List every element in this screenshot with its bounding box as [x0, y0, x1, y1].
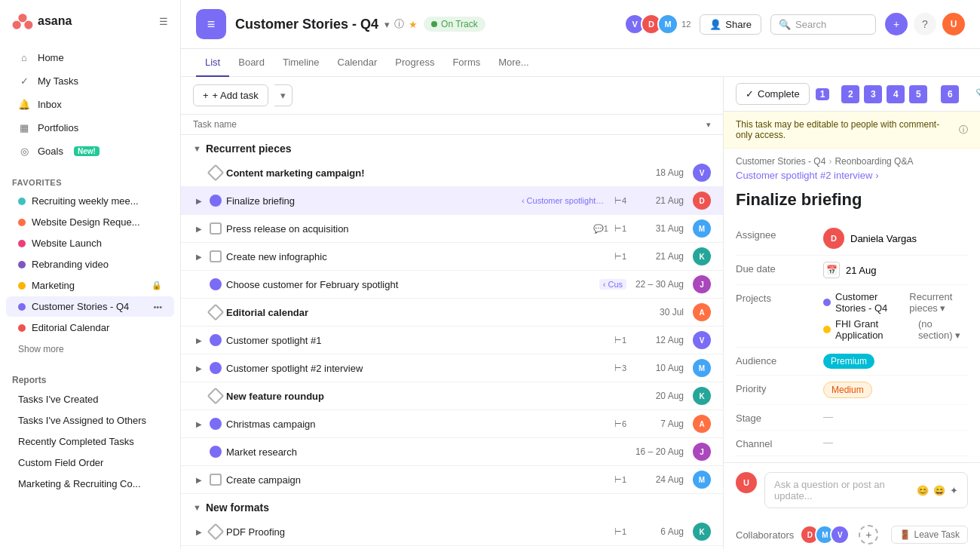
expand-icon[interactable]: ▶	[193, 418, 205, 430]
notice-help-icon[interactable]: ⓘ	[959, 124, 968, 136]
favorites-item-recruiting[interactable]: Recruiting weekly mee...	[6, 191, 174, 211]
favorites-item-rebranding[interactable]: Rebranding video	[6, 254, 174, 274]
more-options-icon[interactable]: •••	[153, 302, 162, 311]
favorites-item-marketing[interactable]: Marketing 🔒	[6, 275, 174, 296]
task-checkbox[interactable]	[207, 388, 225, 405]
tab-timeline[interactable]: Timeline	[274, 49, 329, 77]
breadcrumb-project[interactable]: Customer Stories - Q4	[736, 156, 825, 167]
expand-icon[interactable]: ▶	[193, 334, 205, 346]
project1-name[interactable]: Customer Stories - Q4	[835, 291, 905, 314]
share-button[interactable]: 👤 Share	[700, 14, 761, 35]
tab-forms[interactable]: Forms	[443, 49, 489, 77]
sidebar-item-portfolios[interactable]: ▦ Portfolios	[6, 116, 174, 139]
expand-icon[interactable]: ▶	[193, 195, 205, 207]
attachment-icon[interactable]: 📎	[971, 84, 980, 105]
reports-item-recently-completed[interactable]: Recently Completed Tasks	[6, 431, 174, 452]
sidebar-item-home[interactable]: ⌂ Home	[6, 46, 174, 69]
task-checkbox[interactable]	[207, 304, 225, 321]
table-row[interactable]: ▶ Create new infographic ⊢1 21 Aug K	[181, 243, 723, 271]
audience-tag[interactable]: Premium	[823, 354, 874, 369]
search-box[interactable]: 🔍 Search	[770, 14, 876, 35]
add-collaborator-button[interactable]: +	[859, 525, 878, 544]
star-input-icon[interactable]: ✦	[950, 485, 958, 496]
sidebar-item-my-tasks[interactable]: ✓ My Tasks	[6, 69, 174, 92]
task-checkbox[interactable]	[210, 278, 222, 290]
favorites-item-website-design[interactable]: Website Design Reque...	[6, 212, 174, 232]
table-row[interactable]: Content marketing campaign! 18 Aug V	[181, 159, 723, 187]
task-checkbox[interactable]	[210, 418, 222, 430]
table-row[interactable]: New feature roundup 20 Aug K	[181, 382, 723, 410]
expand-icon[interactable]: ▶	[193, 526, 205, 538]
assignee-name[interactable]: Daniela Vargas	[850, 233, 917, 244]
task-checkbox[interactable]	[210, 474, 222, 486]
leave-task-button[interactable]: 🚪 Leave Task	[891, 526, 969, 544]
expand-icon[interactable]: ▶	[193, 474, 205, 486]
star-icon[interactable]: ★	[409, 19, 418, 30]
reports-item-marketing-recruiting[interactable]: Marketing & Recruiting Co...	[6, 474, 174, 494]
table-row[interactable]: ▶ Customer spotlight #1 ⊢1 12 Aug V	[181, 327, 723, 354]
chevron-down-icon[interactable]: ▾	[384, 19, 390, 30]
priority-tag[interactable]: Medium	[823, 382, 872, 398]
task-checkbox[interactable]	[210, 195, 222, 207]
section-new-formats[interactable]: ▼ New formats	[181, 494, 723, 518]
add-button[interactable]: +	[885, 13, 908, 35]
icon-badge-3[interactable]: 3	[864, 85, 882, 103]
tab-calendar[interactable]: Calendar	[329, 49, 387, 77]
icon-badge-2[interactable]: 2	[841, 85, 859, 103]
task-checkbox[interactable]	[207, 164, 225, 182]
task-checkbox[interactable]	[207, 523, 225, 541]
mark-complete-button[interactable]: ✓ Complete	[736, 83, 810, 105]
info-icon[interactable]: ⓘ	[394, 17, 404, 31]
show-more-button[interactable]: Show more	[6, 339, 174, 359]
stage-dash[interactable]: —	[823, 411, 833, 422]
like-input-icon[interactable]: 😄	[933, 485, 945, 496]
due-date[interactable]: 21 Aug	[846, 265, 877, 276]
emoji-icon[interactable]: 😊	[917, 485, 929, 496]
table-row[interactable]: ▶ PDF Proofing ⊢1 6 Aug K	[181, 518, 723, 546]
comment-input[interactable]: Ask a question or post an update... 😊 😄 …	[764, 472, 968, 508]
add-task-dropdown-button[interactable]: ▾	[274, 84, 292, 106]
task-checkbox[interactable]	[210, 446, 222, 458]
table-row[interactable]: ▶ Create campaign ⊢1 24 Aug M	[181, 466, 723, 494]
table-row[interactable]: ▶ Press release on acquisition 💬1 ⊢1 31 …	[181, 215, 723, 243]
table-row[interactable]: Choose customer for February spotlight ‹…	[181, 271, 723, 299]
reports-item-tasks-assigned[interactable]: Tasks I've Assigned to Others	[6, 410, 174, 431]
tab-progress[interactable]: Progress	[386, 49, 443, 77]
tab-board[interactable]: Board	[229, 49, 274, 77]
sort-icon[interactable]: ▾	[706, 120, 711, 130]
sidebar-item-inbox[interactable]: 🔔 Inbox	[6, 93, 174, 115]
favorites-item-customer-stories[interactable]: Customer Stories - Q4 •••	[6, 296, 174, 317]
section-recurrent-pieces[interactable]: ▼ Recurrent pieces	[181, 135, 723, 159]
reports-item-tasks-created[interactable]: Tasks I've Created	[6, 389, 174, 409]
asana-logo[interactable]: asana	[12, 11, 72, 32]
tab-more[interactable]: More...	[489, 49, 537, 77]
favorites-item-editorial-calendar[interactable]: Editorial Calendar	[6, 317, 174, 338]
user-avatar[interactable]: U	[942, 13, 965, 35]
reports-item-custom-field[interactable]: Custom Field Order	[6, 452, 174, 473]
channel-dash[interactable]: —	[823, 437, 833, 448]
add-task-button[interactable]: + + Add task	[193, 84, 268, 106]
table-row[interactable]: ▶ Customer spotlight #2 interview ⊢3 10 …	[181, 354, 723, 382]
tab-list[interactable]: List	[196, 49, 229, 77]
favorites-item-website-launch[interactable]: Website Launch	[6, 233, 174, 253]
task-checkbox[interactable]	[210, 250, 222, 262]
task-checkbox[interactable]	[210, 222, 222, 235]
table-row[interactable]: Editorial calendar 30 Jul A	[181, 299, 723, 327]
icon-badge-4[interactable]: 4	[887, 85, 905, 103]
task-checkbox[interactable]	[210, 334, 222, 346]
breadcrumb-section[interactable]: Reonboarding Q&A	[835, 156, 913, 167]
expand-icon[interactable]: ▶	[193, 250, 205, 262]
parent-task-link[interactable]: Customer spotlight #2 interview ›	[724, 167, 980, 184]
task-checkbox[interactable]	[210, 362, 222, 374]
sidebar-toggle-button[interactable]: ☰	[159, 16, 168, 27]
project1-section[interactable]: Recurrent pieces ▾	[909, 291, 968, 314]
expand-icon[interactable]: ▶	[193, 362, 205, 374]
table-row[interactable]: ▶ Christmas campaign ⊢6 7 Aug A	[181, 410, 723, 438]
expand-icon[interactable]: ▶	[193, 222, 205, 235]
sidebar-item-goals[interactable]: ◎ Goals New!	[6, 140, 174, 162]
icon-badge-5[interactable]: 5	[909, 85, 927, 103]
project2-name[interactable]: FHI Grant Application	[835, 318, 914, 341]
icon-badge-6[interactable]: 6	[941, 85, 959, 103]
project2-section[interactable]: (no section) ▾	[918, 318, 968, 341]
table-row[interactable]: ▶ Finalize briefing ‹ Customer spotlight…	[181, 187, 723, 215]
